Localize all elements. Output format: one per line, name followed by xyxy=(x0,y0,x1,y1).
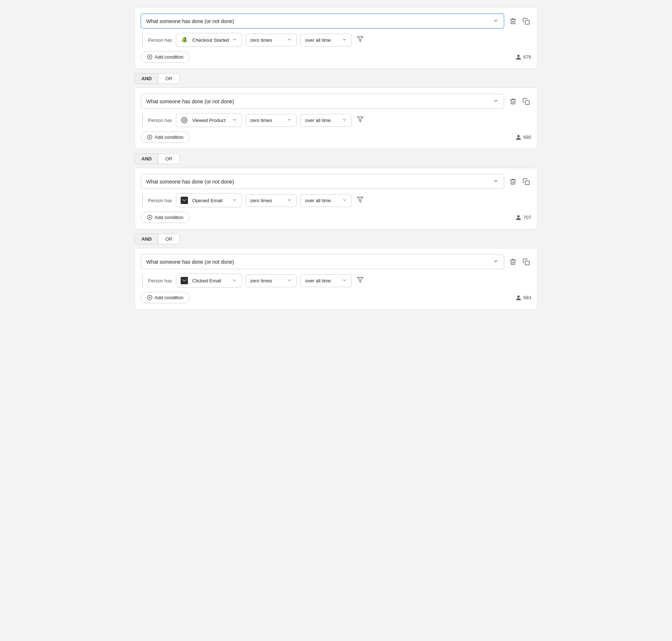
add-condition-button-2[interactable]: Add condition xyxy=(141,131,190,143)
copy-button-1[interactable] xyxy=(521,16,531,26)
times-label-3: zero times xyxy=(250,198,272,203)
condition-block-3: What someone has done (or not done)Perso… xyxy=(134,168,538,244)
sub-condition-row-1: Person has Checkout Startedzero timesove… xyxy=(148,33,531,47)
delete-button-3[interactable] xyxy=(508,177,518,187)
svg-rect-12 xyxy=(182,199,187,203)
event-dropdown-4[interactable]: Clicked Email xyxy=(176,274,242,288)
add-condition-button-3[interactable]: Add condition xyxy=(141,212,190,223)
filter-button-1[interactable] xyxy=(355,34,365,46)
times-dropdown-4[interactable]: zero times xyxy=(245,274,297,287)
period-dropdown-1[interactable]: over all time xyxy=(300,34,352,47)
filter-button-2[interactable] xyxy=(355,115,365,126)
period-chevron-4 xyxy=(342,278,347,284)
condition-header-4: What someone has done (or not done) xyxy=(141,254,531,269)
add-condition-button-1[interactable]: Add condition xyxy=(141,51,190,63)
main-dropdown-chevron-3 xyxy=(493,178,499,185)
times-chevron-2 xyxy=(287,117,292,123)
period-chevron-2 xyxy=(342,117,347,123)
person-has-label-3: Person has xyxy=(148,198,172,203)
sub-condition-row-2: Person has Viewed Productzero timesover … xyxy=(148,113,531,127)
event-dropdown-3[interactable]: Opened Email xyxy=(176,193,242,207)
copy-button-4[interactable] xyxy=(521,257,531,267)
logic-separator-3: ANDOR xyxy=(134,234,538,244)
svg-rect-17 xyxy=(525,261,529,265)
block-footer-2: Add condition680 xyxy=(141,131,531,143)
condition-card-4: What someone has done (or not done)Perso… xyxy=(134,248,538,310)
times-label-2: zero times xyxy=(250,118,272,123)
period-chevron-1 xyxy=(342,37,347,43)
event-chevron-4 xyxy=(232,278,237,284)
count-number-3: 707 xyxy=(523,215,531,220)
main-dropdown-4[interactable]: What someone has done (or not done) xyxy=(141,254,504,269)
and-button-2[interactable]: AND xyxy=(134,153,158,164)
main-dropdown-label-1: What someone has done (or not done) xyxy=(146,18,234,24)
sub-condition-area-4: Person has Clicked Emailzero timesover a… xyxy=(142,274,531,288)
event-label-1: Checkout Started xyxy=(192,37,229,43)
blocks-container: What someone has done (or not done)Perso… xyxy=(134,7,538,310)
event-label-4: Clicked Email xyxy=(192,278,221,284)
times-label-1: zero times xyxy=(250,37,272,43)
filter-button-4[interactable] xyxy=(355,275,365,286)
header-actions-1 xyxy=(508,16,531,26)
add-condition-button-4[interactable]: Add condition xyxy=(141,292,190,303)
logic-separator-2: ANDOR xyxy=(134,153,538,164)
svg-rect-18 xyxy=(182,279,187,283)
main-dropdown-chevron-4 xyxy=(493,258,499,265)
times-chevron-3 xyxy=(287,197,292,204)
or-button-2[interactable]: OR xyxy=(158,153,180,164)
block-footer-3: Add condition707 xyxy=(141,212,531,223)
and-button-1[interactable]: AND xyxy=(134,73,158,84)
period-chevron-3 xyxy=(342,197,347,204)
event-chevron-2 xyxy=(232,117,237,123)
filter-button-3[interactable] xyxy=(355,195,365,206)
period-dropdown-4[interactable]: over all time xyxy=(300,274,352,287)
period-label-3: over all time xyxy=(305,198,331,203)
main-dropdown-label-3: What someone has done (or not done) xyxy=(146,179,234,185)
times-dropdown-1[interactable]: zero times xyxy=(245,34,297,47)
main-dropdown-chevron-1 xyxy=(493,18,499,25)
add-condition-label-4: Add condition xyxy=(155,295,184,300)
sub-condition-area-2: Person has Viewed Productzero timesover … xyxy=(142,113,531,127)
event-dropdown-1[interactable]: Checkout Started xyxy=(176,33,242,47)
main-dropdown-1[interactable]: What someone has done (or not done) xyxy=(141,14,504,29)
times-dropdown-3[interactable]: zero times xyxy=(245,194,297,207)
times-dropdown-2[interactable]: zero times xyxy=(245,114,297,127)
svg-point-6 xyxy=(184,119,185,121)
copy-button-2[interactable] xyxy=(521,96,531,107)
delete-button-4[interactable] xyxy=(508,257,518,267)
main-dropdown-2[interactable]: What someone has done (or not done) xyxy=(141,94,504,109)
svg-rect-0 xyxy=(525,20,529,24)
or-button-1[interactable]: OR xyxy=(158,73,180,84)
sub-condition-area-1: Person has Checkout Startedzero timesove… xyxy=(142,33,531,47)
main-dropdown-3[interactable]: What someone has done (or not done) xyxy=(141,174,504,189)
condition-card-3: What someone has done (or not done)Perso… xyxy=(134,168,538,229)
sub-condition-area-3: Person has Opened Emailzero timesover al… xyxy=(142,193,531,207)
person-count-3: 707 xyxy=(516,215,531,221)
person-count-2: 680 xyxy=(516,134,531,140)
person-count-4: 683 xyxy=(516,295,531,301)
period-label-1: over all time xyxy=(305,37,331,43)
main-dropdown-chevron-2 xyxy=(493,98,499,105)
svg-marker-7 xyxy=(357,117,363,122)
period-dropdown-2[interactable]: over all time xyxy=(300,114,352,127)
event-label-2: Viewed Product xyxy=(192,118,226,123)
main-dropdown-label-4: What someone has done (or not done) xyxy=(146,259,234,265)
condition-header-2: What someone has done (or not done) xyxy=(141,94,531,109)
times-chevron-4 xyxy=(287,278,292,284)
header-actions-4 xyxy=(508,257,531,267)
delete-button-2[interactable] xyxy=(508,96,518,107)
copy-button-3[interactable] xyxy=(521,177,531,187)
and-button-3[interactable]: AND xyxy=(134,234,158,244)
sub-condition-row-4: Person has Clicked Emailzero timesover a… xyxy=(148,274,531,288)
condition-header-1: What someone has done (or not done) xyxy=(141,14,531,29)
event-dropdown-2[interactable]: Viewed Product xyxy=(176,113,242,127)
period-dropdown-3[interactable]: over all time xyxy=(300,194,352,207)
header-actions-2 xyxy=(508,96,531,107)
email-icon xyxy=(181,197,188,204)
add-condition-label-3: Add condition xyxy=(155,215,184,220)
count-number-4: 683 xyxy=(523,295,531,300)
times-label-4: zero times xyxy=(250,278,272,284)
delete-button-1[interactable] xyxy=(508,16,518,26)
add-condition-label-1: Add condition xyxy=(155,54,184,60)
or-button-3[interactable]: OR xyxy=(158,234,180,244)
